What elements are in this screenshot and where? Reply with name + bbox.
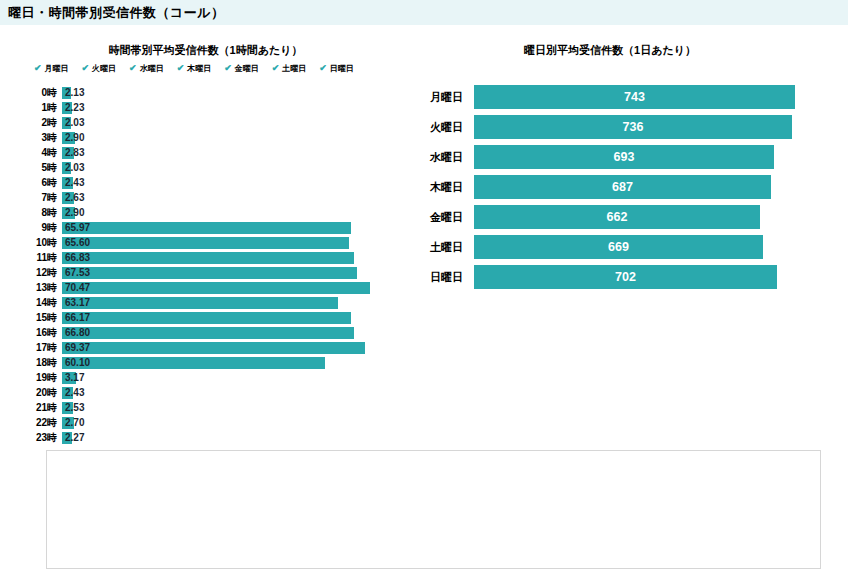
- weekday-label: 土曜日: [430, 240, 468, 255]
- hourly-row: 8時 2.90: [28, 205, 420, 220]
- hourly-value-label: 66.83: [65, 252, 90, 264]
- hourly-value-label: 2.53: [65, 402, 84, 414]
- legend-item[interactable]: ✔ 土曜日: [272, 64, 307, 73]
- weekday-bar[interactable]: 743: [474, 85, 795, 109]
- hour-label: 10時: [28, 236, 57, 250]
- hourly-bar[interactable]: [62, 297, 338, 309]
- hourly-value-label: 2.03: [65, 117, 84, 129]
- page-title: 曜日・時間帯別受信件数（コール）: [8, 4, 225, 22]
- hourly-bar[interactable]: [62, 282, 370, 294]
- hour-label: 16時: [28, 326, 57, 340]
- hour-label: 20時: [28, 386, 57, 400]
- hourly-bar[interactable]: [62, 312, 351, 324]
- hourly-bar[interactable]: [62, 267, 357, 279]
- empty-notes-panel: [46, 450, 821, 569]
- weekday-label: 木曜日: [430, 180, 468, 195]
- legend-item-label: 土曜日: [282, 65, 306, 73]
- hourly-row: 17時 69.37: [28, 340, 420, 355]
- weekday-bar[interactable]: 669: [474, 235, 763, 259]
- hourly-value-label: 65.97: [65, 222, 90, 234]
- hour-label: 9時: [28, 221, 57, 235]
- hourly-row: 20時 2.43: [28, 385, 420, 400]
- weekday-bar[interactable]: 693: [474, 145, 774, 169]
- hourly-bar[interactable]: [62, 342, 365, 354]
- hourly-row: 9時 65.97: [28, 220, 420, 235]
- weekday-bar[interactable]: 702: [474, 265, 777, 289]
- hourly-row: 2時 2.03: [28, 115, 420, 130]
- weekday-row: 土曜日 669: [430, 232, 828, 262]
- hour-label: 8時: [28, 206, 57, 220]
- hourly-row: 14時 63.17: [28, 295, 420, 310]
- hour-label: 18時: [28, 356, 57, 370]
- check-icon: ✔: [82, 64, 90, 73]
- hour-label: 19時: [28, 371, 57, 385]
- page-header: 曜日・時間帯別受信件数（コール）: [0, 0, 848, 25]
- check-icon: ✔: [224, 64, 232, 73]
- weekday-bar[interactable]: 687: [474, 175, 771, 199]
- weekday-row: 月曜日 743: [430, 82, 828, 112]
- hour-label: 14時: [28, 296, 57, 310]
- weekday-bar[interactable]: 736: [474, 115, 792, 139]
- hourly-row: 13時 70.47: [28, 280, 420, 295]
- check-icon: ✔: [34, 64, 42, 73]
- legend-item[interactable]: ✔ 金曜日: [224, 64, 259, 73]
- hour-label: 5時: [28, 161, 57, 175]
- legend-item[interactable]: ✔ 水曜日: [129, 64, 164, 73]
- hour-label: 7時: [28, 191, 57, 205]
- hourly-value-label: 66.17: [65, 312, 90, 324]
- check-icon: ✔: [129, 64, 137, 73]
- weekday-label: 火曜日: [430, 120, 468, 135]
- hour-label: 6時: [28, 176, 57, 190]
- weekday-row: 日曜日 702: [430, 262, 828, 292]
- dashboard-page: 曜日・時間帯別受信件数（コール） 時間帯別平均受信件数（1時間あたり） ✔ 月曜…: [0, 0, 848, 585]
- hourly-row: 19時 3.17: [28, 370, 420, 385]
- hour-label: 3時: [28, 131, 57, 145]
- weekday-bar[interactable]: 662: [474, 205, 760, 229]
- hourly-row: 16時 66.80: [28, 325, 420, 340]
- check-icon: ✔: [319, 64, 327, 73]
- weekday-legend: ✔ 月曜日 ✔ 火曜日 ✔ 水曜日 ✔ 木曜日 ✔ 金曜日 ✔ 土曜日 ✔ 日曜…: [28, 63, 420, 74]
- hourly-row: 15時 66.17: [28, 310, 420, 325]
- hour-label: 2時: [28, 116, 57, 130]
- hourly-bar[interactable]: [62, 237, 349, 249]
- legend-item-label: 月曜日: [45, 65, 69, 73]
- hourly-row: 0時 2.13: [28, 85, 420, 100]
- hourly-row: 10時 65.60: [28, 235, 420, 250]
- weekday-value-label: 687: [612, 180, 633, 194]
- hour-label: 1時: [28, 101, 57, 115]
- hour-label: 4時: [28, 146, 57, 160]
- hourly-value-label: 2.90: [65, 132, 84, 144]
- hour-label: 13時: [28, 281, 57, 295]
- weekday-chart-title: 曜日別平均受信件数（1日あたり）: [430, 43, 790, 56]
- legend-item-label: 木曜日: [187, 65, 211, 73]
- hourly-bar[interactable]: [62, 222, 351, 234]
- hourly-value-label: 3.17: [65, 372, 84, 384]
- legend-item[interactable]: ✔ 日曜日: [319, 64, 354, 73]
- weekday-label: 金曜日: [430, 210, 468, 225]
- hourly-value-label: 2.90: [65, 207, 84, 219]
- hourly-bar[interactable]: [62, 327, 354, 339]
- weekday-row: 木曜日 687: [430, 172, 828, 202]
- hourly-row: 12時 67.53: [28, 265, 420, 280]
- hourly-bar[interactable]: [62, 357, 325, 369]
- legend-item-label: 金曜日: [235, 65, 259, 73]
- legend-item[interactable]: ✔ 月曜日: [34, 64, 69, 73]
- hourly-value-label: 2.43: [65, 387, 84, 399]
- hourly-rows: 0時 2.13 1時 2.23 2時 2.03 3時 2.90 4時 2.83: [28, 85, 420, 445]
- hourly-chart-title: 時間帯別平均受信件数（1時間あたり）: [28, 43, 383, 56]
- weekday-value-label: 693: [614, 150, 635, 164]
- hourly-bar[interactable]: [62, 252, 354, 264]
- legend-item[interactable]: ✔ 木曜日: [177, 64, 212, 73]
- hourly-row: 3時 2.90: [28, 130, 420, 145]
- hour-label: 11時: [28, 251, 57, 265]
- legend-item-label: 火曜日: [92, 65, 116, 73]
- weekday-rows: 月曜日 743 火曜日 736 水曜日 693 木曜日 687: [430, 82, 828, 292]
- weekday-chart-panel: 曜日別平均受信件数（1日あたり） 月曜日 743 火曜日 736 水曜日 693…: [430, 38, 828, 292]
- weekday-row: 水曜日 693: [430, 142, 828, 172]
- legend-item-label: 水曜日: [140, 65, 164, 73]
- hourly-row: 21時 2.53: [28, 400, 420, 415]
- legend-item[interactable]: ✔ 火曜日: [82, 64, 117, 73]
- hour-label: 23時: [28, 431, 57, 445]
- hourly-value-label: 67.53: [65, 267, 90, 279]
- hourly-value-label: 2.83: [65, 147, 84, 159]
